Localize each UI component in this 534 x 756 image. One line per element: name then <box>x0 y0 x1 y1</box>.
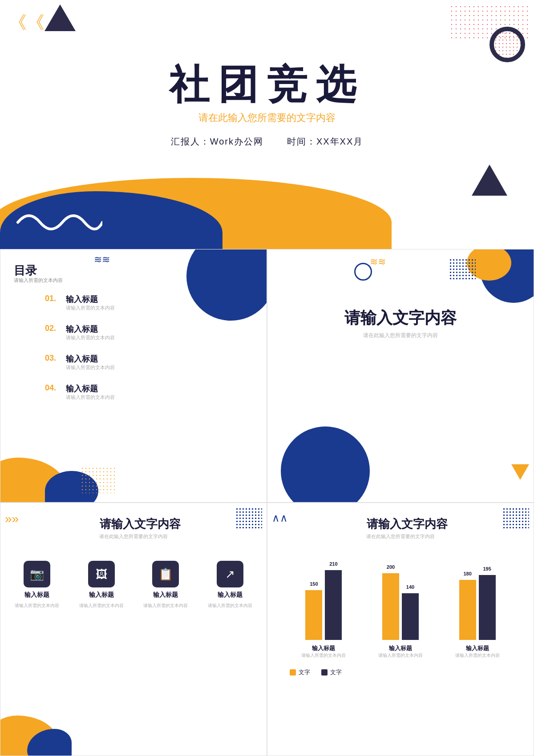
s4-icon-desc-4: 请输入所需的文本内容 <box>208 603 252 609</box>
s5-group-2-desc: 请输入所需的文本内容 <box>378 652 423 659</box>
circle-topright-icon <box>490 27 525 62</box>
toc-item-desc-3: 请输入所需的文本内容 <box>66 364 115 371</box>
time-label: 时间：XX年XX月 <box>287 137 363 146</box>
s4-title: 请输入文字内容 <box>27 516 253 532</box>
s5-title: 请输入文字内容 <box>294 516 520 532</box>
s5-subtitle: 请在此输入您所需要的文字内容 <box>267 533 534 540</box>
slide1-bottom-decoration <box>0 160 534 249</box>
s5-bar-pair-3: 180 195 <box>459 575 496 640</box>
toc-item-title-2: 输入标题 <box>66 324 115 334</box>
s3-subtitle: 请在此输入您所需要的文字内容 <box>281 332 520 339</box>
s5-legend-orange: 文字 <box>290 668 310 676</box>
s5-group-3: 180 195 输入标题 请输入所需的文本内容 <box>455 575 500 659</box>
s5-group-1-desc: 请输入所需的文本内容 <box>301 652 346 659</box>
s5-bar-1-dark-label: 210 <box>325 561 342 567</box>
s5-group-3-desc: 请输入所需的文本内容 <box>455 652 500 659</box>
s5-bar-2-dark: 140 <box>402 593 419 640</box>
s4-icon-item-2: 🖼 输入标题 请输入所需的文本内容 <box>75 561 128 609</box>
slide1-meta: 汇报人：Work办公网 时间：XX年XX月 <box>0 136 534 148</box>
s5-bar-3-orange-label: 180 <box>459 571 476 576</box>
s5-legend-label-dark: 文字 <box>330 668 342 676</box>
triangle-topleft-icon <box>44 4 76 31</box>
toc-item-content-3: 输入标题 请输入所需的文本内容 <box>66 354 115 371</box>
s5-legend-label-orange: 文字 <box>299 668 310 676</box>
s4-icon-item-4: ↗ 输入标题 请输入所需的文本内容 <box>203 561 257 609</box>
chevrons-topleft-icon: 《《 <box>9 13 44 31</box>
s5-bar-2-orange-label: 200 <box>382 564 399 570</box>
s4-chevrons-icon: »» <box>5 512 19 526</box>
toc-item-num-1: 01. <box>45 294 61 303</box>
toc-item-2: 02. 输入标题 请输入所需的文本内容 <box>45 324 232 341</box>
s5-bar-chart: 150 210 输入标题 请输入所需的文本内容 200 <box>276 552 525 685</box>
s4-dots-tr <box>235 507 262 530</box>
slide2-toc: ≋≋ 目录 请输入所需的文本内容 01. 输入标题 请输入所需的文本内容 02.… <box>0 249 267 503</box>
s4-icon-item-1: 📷 输入标题 请输入所需的文本内容 <box>10 561 64 609</box>
s5-bar-1-orange: 150 <box>305 590 322 640</box>
s5-legend-box-dark <box>321 669 328 676</box>
s5-group-1-label: 输入标题 <box>312 644 335 652</box>
s5-bar-1-dark: 210 <box>325 570 342 640</box>
slide3-text: ≋≋ 请输入文字内容 请在此输入您所需要的文字内容 <box>267 249 534 503</box>
slide5-chart: ∧∧ 请输入文字内容 请在此输入您所需要的文字内容 150 210 输入标题 <box>267 503 534 756</box>
s3-main-title: 请输入文字内容 <box>281 307 520 329</box>
s4-icon-desc-2: 请输入所需的文本内容 <box>79 603 124 609</box>
s3-dots-tr <box>449 258 476 281</box>
s4-icon-title-4: 输入标题 <box>218 591 243 599</box>
s5-bar-3-orange: 180 <box>459 580 476 640</box>
slide4-icons: »» 请输入文字内容 请在此输入您所需要的文字内容 📷 输入标题 请输入所需的文… <box>0 503 267 756</box>
slide1: 《《 社团竞选 请在此输入您所需要的文字内容 汇报人：Work办公网 时间：XX… <box>0 0 534 249</box>
s5-bar-2-dark-label: 140 <box>402 584 419 590</box>
s5-bar-2-orange: 200 <box>382 573 399 640</box>
toc-item-desc-2: 请输入所需的文本内容 <box>66 334 115 341</box>
s5-bars-area: 150 210 输入标题 请输入所需的文本内容 200 <box>276 552 525 659</box>
s3-triangle-br <box>511 464 529 480</box>
toc-item-4: 04. 输入标题 请输入所需的文本内容 <box>45 383 232 401</box>
s5-bar-pair-2: 200 140 <box>382 573 419 640</box>
toc-item-num-2: 02. <box>45 324 61 333</box>
s4-icon-2: 🖼 <box>88 561 115 587</box>
wave-svg <box>13 205 102 231</box>
s4-icon-4: ↗ <box>217 561 243 587</box>
s5-bar-pair-1: 150 210 <box>305 570 342 640</box>
s4-icon-item-3: 📋 输入标题 请输入所需的文本内容 <box>139 561 192 609</box>
s5-legend-box-orange <box>290 669 296 676</box>
toc-item-num-3: 03. <box>45 354 61 363</box>
toc-title: 目录 <box>14 263 37 278</box>
toc-item-content-2: 输入标题 请输入所需的文本内容 <box>66 324 115 341</box>
s5-group-2-label: 输入标题 <box>389 644 412 652</box>
wave-top-icon: ≋≋ <box>94 254 110 265</box>
toc-item-desc-1: 请输入所需的文本内容 <box>66 305 115 311</box>
toc-item-1: 01. 输入标题 请输入所需的文本内容 <box>45 294 232 311</box>
s5-group-3-label: 输入标题 <box>466 644 489 652</box>
s4-icon-desc-3: 请输入所需的文本内容 <box>143 603 188 609</box>
s5-bar-1-orange-label: 150 <box>305 581 322 587</box>
s4-icon-3: 📋 <box>152 561 179 587</box>
s4-subtitle: 请在此输入您所需要的文字内容 <box>0 533 267 540</box>
s3-wave-icon: ≋≋ <box>370 256 386 268</box>
s4-icon-title-1: 输入标题 <box>24 591 49 599</box>
toc-items: 01. 输入标题 请输入所需的文本内容 02. 输入标题 请输入所需的文本内容 … <box>45 294 232 413</box>
toc-item-title-3: 输入标题 <box>66 354 115 364</box>
toc-item-num-4: 04. <box>45 383 61 393</box>
s5-group-1: 150 210 输入标题 请输入所需的文本内容 <box>301 570 346 659</box>
toc-item-content-4: 输入标题 请输入所需的文本内容 <box>66 383 115 401</box>
s5-group-2: 200 140 输入标题 请输入所需的文本内容 <box>378 573 423 659</box>
s5-bar-3-dark: 195 <box>479 575 496 640</box>
toc-item-3: 03. 输入标题 请输入所需的文本内容 <box>45 354 232 371</box>
s4-icon-title-2: 输入标题 <box>89 591 114 599</box>
slide1-title: 社团竞选 <box>0 58 534 112</box>
s3-blue-blob-bl <box>281 426 370 503</box>
s4-icons-row: 📷 输入标题 请输入所需的文本内容 🖼 输入标题 请输入所需的文本内容 📋 输入… <box>5 561 262 609</box>
toc-item-desc-4: 请输入所需的文本内容 <box>66 394 115 401</box>
triangle-bottomright-icon <box>472 165 507 196</box>
slides-grid: ≋≋ 目录 请输入所需的文本内容 01. 输入标题 请输入所需的文本内容 02.… <box>0 249 534 756</box>
dots-bottom <box>81 466 116 493</box>
toc-subtitle: 请输入所需的文本内容 <box>14 277 63 284</box>
toc-item-content-1: 输入标题 请输入所需的文本内容 <box>66 294 115 311</box>
s5-chevrons-icon: ∧∧ <box>272 512 288 524</box>
s5-dots-tr <box>502 507 529 530</box>
toc-item-title-1: 输入标题 <box>66 294 115 305</box>
s5-legend: 文字 文字 <box>290 668 342 676</box>
s3-circle-outline <box>354 263 372 281</box>
s4-icon-desc-1: 请输入所需的文本内容 <box>15 603 59 609</box>
